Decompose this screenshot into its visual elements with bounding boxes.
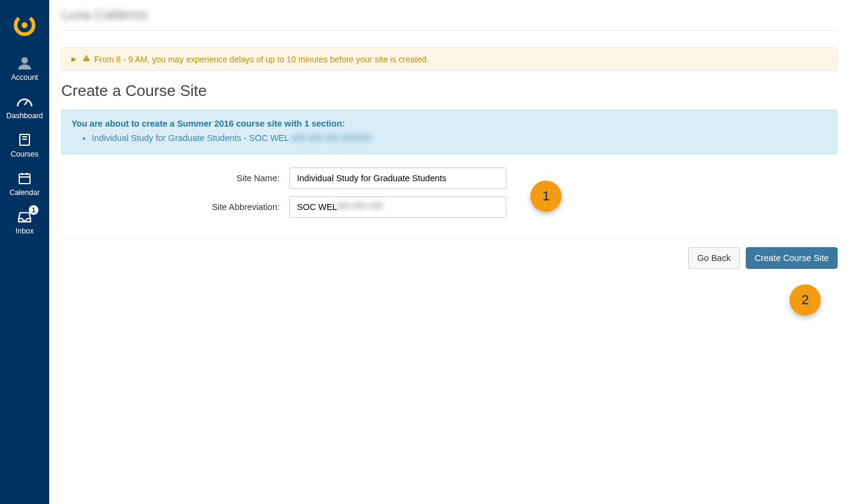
caret-right-icon: ▶ — [71, 55, 76, 63]
inbox-icon: 1 — [17, 208, 32, 226]
sidebar-item-label: Calendar — [10, 188, 40, 197]
summary-headline: You are about to create a Summer 2016 co… — [71, 119, 827, 128]
sidebar-item-label: Dashboard — [6, 112, 43, 120]
marker-number: 1 — [542, 188, 550, 204]
svg-point-2 — [22, 57, 28, 64]
brand-logo-icon — [13, 13, 37, 37]
svg-rect-11 — [86, 57, 86, 59]
warning-icon — [82, 54, 91, 64]
page-title: Create a Course Site — [61, 82, 838, 100]
summary-section-item: Individual Study for Graduate Students -… — [92, 133, 827, 143]
sidebar-item-calendar[interactable]: Calendar — [0, 163, 49, 202]
marker-number: 2 — [802, 292, 809, 308]
create-summary-box: You are about to create a Summer 2016 co… — [61, 110, 838, 154]
sidebar-item-label: Inbox — [16, 227, 34, 235]
site-abbrev-input[interactable] — [289, 196, 506, 218]
svg-point-1 — [22, 22, 28, 28]
action-bar: Go Back Create Course Site — [61, 247, 838, 269]
divider — [61, 238, 838, 239]
global-sidebar: Account Dashboard Courses Calendar 1 Inb… — [0, 0, 49, 504]
sidebar-item-label: Courses — [11, 150, 39, 158]
go-back-button[interactable]: Go Back — [688, 247, 740, 269]
breadcrumb-bar: Luna Calderon — [61, 7, 838, 31]
site-name-input[interactable] — [289, 167, 506, 189]
user-icon — [17, 54, 32, 72]
summary-section-redacted: 200 000 000 000000 — [291, 133, 371, 143]
create-course-site-button[interactable]: Create Course Site — [746, 247, 838, 269]
user-name-blurred: Luna Calderon — [61, 7, 148, 23]
summary-section-text: Individual Study for Graduate Students -… — [92, 133, 289, 143]
gauge-icon — [16, 92, 33, 110]
sidebar-item-label: Account — [11, 73, 38, 82]
annotation-marker-2: 2 — [790, 284, 821, 316]
site-name-label: Site Name: — [61, 173, 289, 183]
site-name-row: Site Name: — [61, 167, 506, 189]
svg-rect-12 — [86, 59, 86, 60]
sidebar-item-account[interactable]: Account — [0, 48, 49, 86]
inbox-badge: 1 — [29, 205, 38, 215]
sidebar-item-inbox[interactable]: 1 Inbox — [0, 202, 49, 240]
annotation-marker-1: 1 — [530, 181, 562, 212]
main-content: Luna Calderon ▶ From 8 - 9 AM, you may e… — [49, 0, 852, 504]
warning-text: From 8 - 9 AM, you may experience delays… — [94, 55, 429, 64]
site-abbrev-label: Site Abbreviation: — [61, 202, 289, 212]
sidebar-item-courses[interactable]: Courses — [0, 125, 49, 163]
svg-line-3 — [25, 100, 28, 105]
svg-rect-7 — [19, 174, 30, 184]
delay-warning-banner[interactable]: ▶ From 8 - 9 AM, you may experience dela… — [61, 47, 838, 71]
site-abbrev-redacted: 200 000 000 — [336, 201, 387, 213]
brand-logo — [0, 7, 49, 48]
sidebar-item-dashboard[interactable]: Dashboard — [0, 86, 49, 125]
site-abbrev-row: Site Abbreviation: 200 000 000 — [61, 196, 506, 218]
calendar-icon — [17, 169, 32, 187]
book-icon — [17, 131, 32, 149]
